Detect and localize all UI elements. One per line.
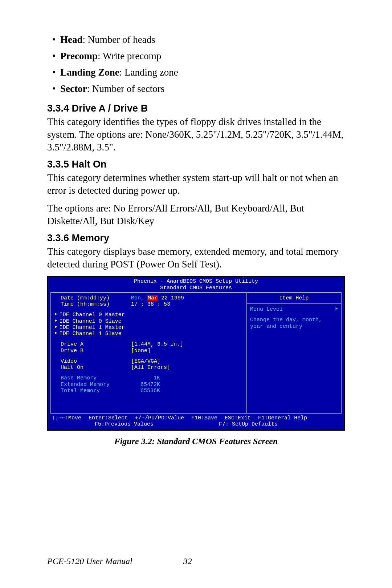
bios-help-text: Change the day, month, year and century — [250, 317, 338, 330]
bios-key-hints: ↑↓→←:Move Enter:Select +/-/PU/PD:Value F… — [48, 414, 344, 430]
heading-halt-on: 3.3.5 Halt On — [47, 159, 345, 170]
bios-main-panel: Date (mm:dd:yy)Mon, Mar 22 1999 Time (hh… — [51, 293, 246, 413]
bios-tot-label: Total Memory — [55, 388, 131, 394]
bios-ide1-master: IDE Channel 1 Master — [60, 325, 136, 331]
bios-drive-a-value: [1.44M, 3.5 in.] — [131, 341, 183, 347]
bios-ext-value: 65472K — [131, 382, 160, 388]
bios-time-label: Time (hh:mm:ss) — [55, 301, 131, 307]
bios-ext-label: Extended Memory — [55, 382, 131, 388]
bullet-sector: Sector: Number of sectors — [47, 82, 345, 96]
bullet-precomp: Precomp: Write precomp — [47, 49, 345, 63]
figure-caption: Figure 3.2: Standard CMOS Features Scree… — [47, 436, 345, 446]
bios-base-label: Base Memory — [55, 375, 131, 381]
para-drive-ab: This category identifies the types of fl… — [47, 116, 345, 154]
bios-halt-label: Halt On — [55, 365, 131, 371]
heading-drive-ab: 3.3.4 Drive A / Drive B — [47, 103, 345, 114]
page-footer: PCE-5120 User Manual 32 — [47, 556, 345, 566]
bullet-landing-zone: Landing Zone: Landing zone — [47, 65, 345, 80]
bios-ide1-slave: IDE Channel 1 Slave — [60, 331, 136, 337]
bullet-head: Head: Number of heads — [47, 33, 345, 47]
footer-page: 32 — [183, 556, 192, 566]
bios-ide0-slave: IDE Channel 0 Slave — [60, 318, 136, 325]
para-halt-on-1: This category determines whether system … — [47, 172, 345, 197]
bios-menu-level: Menu Level — [250, 306, 283, 313]
bios-help-header: Item Help — [247, 293, 341, 304]
bios-tot-value: 65536K — [131, 388, 160, 394]
bios-drive-b-value: [None] — [131, 348, 151, 354]
footer-manual: PCE-5120 User Manual — [47, 556, 132, 566]
bios-title: Phoenix - AwardBIOS CMOS Setup Utility S… — [48, 277, 344, 292]
heading-memory: 3.3.6 Memory — [47, 233, 345, 244]
bios-video-label: Video — [55, 358, 131, 365]
bios-drive-a-label: Drive A — [55, 341, 131, 347]
bios-ide0-master: IDE Channel 0 Master — [60, 312, 136, 318]
chevron-right-icon: ▶ — [335, 306, 338, 313]
bios-video-value: [EGA/VGA] — [131, 358, 160, 365]
bios-help-panel: Item Help Menu Level▶ Change the day, mo… — [246, 293, 341, 413]
bios-time-value: 17 : 38 : 53 — [131, 301, 170, 307]
definition-bullets: Head: Number of heads Precomp: Write pre… — [47, 33, 345, 96]
bios-halt-value: [All Errors] — [131, 365, 170, 371]
bios-drive-b-label: Drive B — [55, 348, 131, 354]
para-memory: This category displays base memory, exte… — [47, 245, 345, 271]
bios-screenshot: Phoenix - AwardBIOS CMOS Setup Utility S… — [47, 276, 345, 431]
bios-date-label: Date (mm:dd:yy) — [55, 295, 131, 301]
bios-date-value: Mon, Mar 22 1999 — [131, 295, 184, 301]
bios-base-value: 1K — [131, 375, 160, 381]
para-halt-on-2: The options are: No Errors/All Errors/Al… — [47, 202, 345, 227]
